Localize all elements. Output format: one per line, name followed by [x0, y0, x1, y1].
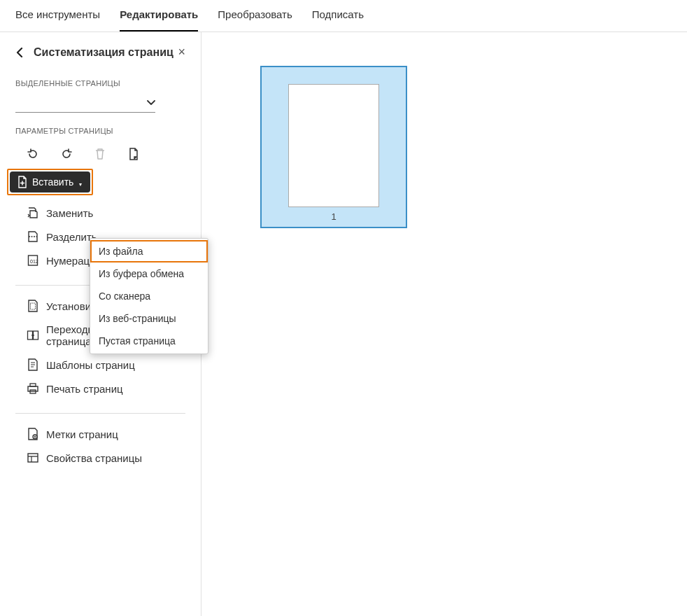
rotate-cw-button[interactable]	[59, 146, 74, 162]
delete-button[interactable]	[92, 146, 108, 162]
templates-icon	[27, 358, 39, 371]
insert-blank-page[interactable]: Пустая страница	[90, 330, 208, 352]
insert-from-clipboard[interactable]: Из буфера обмена	[90, 262, 208, 285]
insert-button[interactable]: Вставить ▾	[10, 172, 90, 192]
page-area: 1	[201, 32, 687, 616]
tab-all-tools[interactable]: Все инструменты	[15, 8, 100, 31]
numbering-icon: 012	[27, 254, 39, 267]
rotate-ccw-button[interactable]	[25, 146, 41, 162]
top-tabs: Все инструменты Редактировать Преобразов…	[0, 0, 687, 32]
svg-rect-2	[31, 303, 36, 309]
svg-text:012: 012	[30, 259, 38, 264]
selected-pages-dropdown[interactable]	[15, 93, 155, 113]
insert-from-file[interactable]: Из файла	[90, 240, 208, 262]
insert-page-icon	[17, 176, 28, 188]
print-icon	[27, 382, 39, 395]
split-icon	[27, 230, 39, 243]
print-label: Печать страниц	[46, 383, 123, 395]
dropdown-triangle-icon: ▾	[79, 181, 82, 188]
replace-button[interactable]: Заменить	[0, 201, 201, 225]
replace-icon	[27, 206, 39, 219]
left-panel: Систематизация страниц × ВЫДЕЛЕННЫЕ СТРА…	[0, 32, 201, 616]
templates-label: Шаблоны страниц	[46, 359, 135, 371]
labels-button[interactable]: Метки страниц	[0, 422, 201, 446]
replace-label: Заменить	[46, 207, 93, 219]
close-panel-button[interactable]: ×	[175, 45, 188, 59]
panel-title: Систематизация страниц	[34, 46, 175, 59]
insert-from-scanner[interactable]: Со сканера	[90, 285, 208, 307]
margins-icon	[27, 300, 39, 312]
svg-rect-9	[28, 454, 38, 462]
templates-button[interactable]: Шаблоны страниц	[0, 353, 201, 377]
page-thumbnail-1[interactable]: 1	[260, 66, 407, 228]
print-button[interactable]: Печать страниц	[0, 377, 201, 400]
page-preview	[288, 84, 379, 207]
properties-icon	[27, 451, 39, 464]
selected-pages-label: ВЫДЕЛЕННЫЕ СТРАНИЦЫ	[0, 69, 201, 93]
chevron-down-icon	[147, 100, 155, 106]
insert-button-label: Вставить	[32, 176, 73, 188]
tab-edit[interactable]: Редактировать	[120, 8, 198, 31]
transitions-icon	[27, 329, 39, 342]
insert-menu: Из файла Из буфера обмена Со сканера Из …	[90, 238, 208, 354]
labels-label: Метки страниц	[46, 428, 118, 440]
back-button[interactable]	[13, 46, 27, 59]
page-params-label: ПАРАМЕТРЫ СТРАНИЦЫ	[0, 117, 201, 141]
svg-rect-6	[30, 384, 36, 386]
extract-button[interactable]	[126, 146, 141, 162]
tab-convert[interactable]: Преобразовать	[218, 8, 292, 31]
properties-button[interactable]: Свойства страницы	[0, 446, 201, 470]
svg-rect-5	[28, 386, 38, 391]
insert-from-webpage[interactable]: Из веб-страницы	[90, 307, 208, 330]
page-params-toolbar	[0, 141, 201, 169]
page-number: 1	[331, 211, 336, 222]
properties-label: Свойства страницы	[46, 452, 142, 464]
labels-icon	[27, 428, 39, 440]
tab-sign[interactable]: Подписать	[312, 8, 364, 31]
insert-button-highlight: Вставить ▾	[7, 169, 93, 195]
separator	[15, 413, 185, 414]
